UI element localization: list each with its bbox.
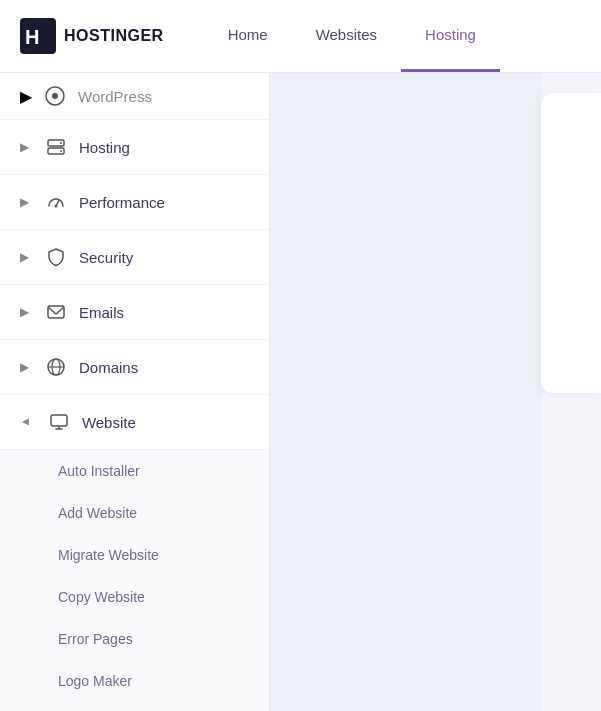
sidebar-item-hosting[interactable]: ▶ Hosting <box>0 120 269 175</box>
submenu-item-migrate-website[interactable]: Migrate Website <box>0 534 269 576</box>
sidebar-label-wordpress: WordPress <box>78 88 152 105</box>
globe-icon <box>45 356 67 378</box>
monitor-icon <box>48 411 70 433</box>
sidebar-item-wordpress[interactable]: ▶ WordPress <box>0 73 269 120</box>
sidebar-label-security: Security <box>79 249 133 266</box>
svg-rect-10 <box>48 306 64 318</box>
website-submenu: Auto Installer Add Website Migrate Websi… <box>0 450 269 711</box>
sidebar-label-hosting: Hosting <box>79 139 130 156</box>
sidebar-label-domains: Domains <box>79 359 138 376</box>
wordpress-icon <box>44 85 66 107</box>
sidebar-item-emails[interactable]: ▶ Emails <box>0 285 269 340</box>
chevron-icon: ▶ <box>20 305 29 319</box>
sidebar-label-performance: Performance <box>79 194 165 211</box>
card-peek <box>541 93 601 393</box>
svg-rect-14 <box>51 415 67 426</box>
sidebar-label-emails: Emails <box>79 304 124 321</box>
chevron-icon: ▶ <box>20 195 29 209</box>
sidebar-item-website[interactable]: ▼ Website <box>0 395 269 450</box>
svg-point-3 <box>52 93 58 99</box>
layout: ▶ WordPress ▶ Hosting <box>0 73 601 711</box>
submenu-item-logo-maker[interactable]: Logo Maker <box>0 660 269 702</box>
chevron-icon: ▶ <box>20 87 32 106</box>
sidebar-label-website: Website <box>82 414 136 431</box>
submenu-item-website-development[interactable]: Website Development <box>0 702 269 711</box>
sidebar: ▶ WordPress ▶ Hosting <box>0 73 270 711</box>
svg-point-7 <box>60 150 62 152</box>
main-content <box>270 73 541 711</box>
gauge-icon <box>45 191 67 213</box>
logo-icon: H <box>20 18 56 54</box>
server-icon <box>45 136 67 158</box>
submenu-item-copy-website[interactable]: Copy Website <box>0 576 269 618</box>
svg-point-6 <box>60 142 62 144</box>
main-nav: Home Websites Hosting <box>204 0 581 72</box>
logo-area: H HOSTINGER <box>20 18 164 54</box>
svg-text:H: H <box>25 26 39 48</box>
submenu-item-add-website[interactable]: Add Website <box>0 492 269 534</box>
chevron-down-icon: ▼ <box>19 416 33 428</box>
email-icon <box>45 301 67 323</box>
shield-icon <box>45 246 67 268</box>
sidebar-item-performance[interactable]: ▶ Performance <box>0 175 269 230</box>
sidebar-item-domains[interactable]: ▶ Domains <box>0 340 269 395</box>
chevron-icon: ▶ <box>20 250 29 264</box>
svg-point-9 <box>55 205 58 208</box>
nav-websites[interactable]: Websites <box>292 0 401 72</box>
submenu-item-error-pages[interactable]: Error Pages <box>0 618 269 660</box>
chevron-icon: ▶ <box>20 140 29 154</box>
right-panel <box>541 73 601 711</box>
sidebar-item-security[interactable]: ▶ Security <box>0 230 269 285</box>
chevron-icon: ▶ <box>20 360 29 374</box>
submenu-item-auto-installer[interactable]: Auto Installer <box>0 450 269 492</box>
nav-home[interactable]: Home <box>204 0 292 72</box>
nav-hosting[interactable]: Hosting <box>401 0 500 72</box>
logo-text: HOSTINGER <box>64 27 164 45</box>
header: H HOSTINGER Home Websites Hosting <box>0 0 601 73</box>
